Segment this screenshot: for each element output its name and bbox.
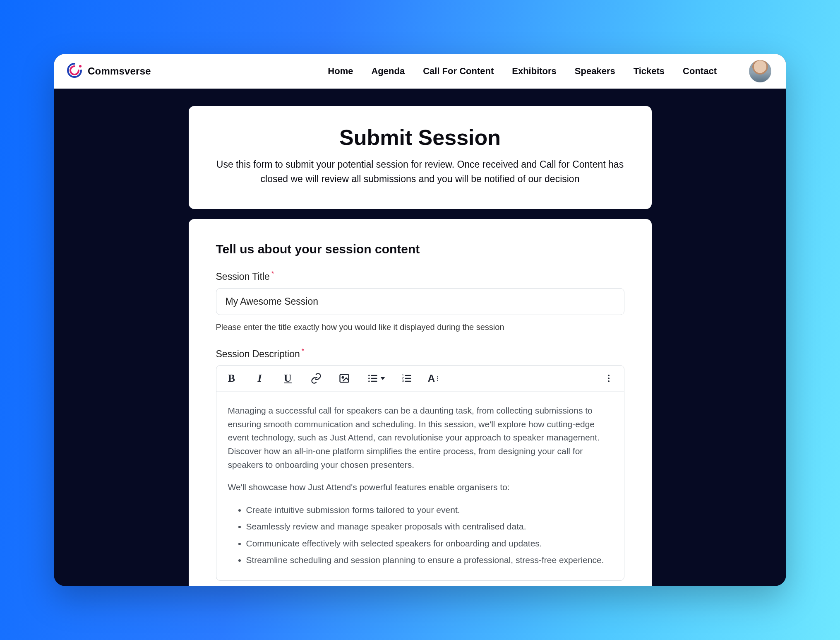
session-form-card: Tell us about your session content Sessi…: [189, 219, 652, 586]
numbered-list-icon[interactable]: 1 2 3: [399, 371, 413, 385]
brand-name: Commsverse: [88, 65, 151, 77]
svg-point-15: [608, 375, 610, 376]
font-glyph-a: A: [428, 373, 435, 384]
session-description-label: Session Description*: [216, 348, 624, 360]
main-nav: Home Agenda Call For Content Exhibitors …: [328, 60, 771, 82]
page-content: Submit Session Use this form to submit y…: [54, 89, 786, 586]
required-mark: *: [302, 348, 304, 355]
font-glyph-caret: ⋮: [435, 375, 441, 382]
intro-card: Submit Session Use this form to submit y…: [189, 106, 652, 209]
more-options-icon[interactable]: [602, 371, 616, 385]
brand[interactable]: Commsverse: [65, 61, 151, 81]
svg-point-3: [368, 375, 370, 377]
svg-point-7: [368, 381, 370, 383]
session-title-label: Session Title*: [216, 270, 624, 282]
session-title-helper: Please enter the title exactly how you w…: [216, 322, 624, 332]
topbar: Commsverse Home Agenda Call For Content …: [54, 54, 786, 89]
editor-content[interactable]: Managing a successful call for speakers …: [216, 392, 624, 580]
nav-exhibitors[interactable]: Exhibitors: [512, 66, 557, 77]
required-mark: *: [271, 270, 274, 277]
image-icon[interactable]: [337, 371, 351, 385]
bullet-list-dropdown[interactable]: [365, 371, 385, 385]
link-icon[interactable]: [309, 371, 323, 385]
nav-speakers[interactable]: Speakers: [575, 66, 615, 77]
editor-toolbar: B I U: [216, 366, 624, 392]
bold-icon[interactable]: B: [225, 371, 239, 385]
session-title-input[interactable]: [216, 288, 624, 315]
desc-bullet: Streamline scheduling and session planni…: [246, 553, 612, 567]
desc-bullet: Seamlessly review and manage speaker pro…: [246, 520, 612, 534]
svg-point-0: [79, 65, 82, 67]
svg-text:3: 3: [402, 380, 404, 383]
font-style-icon[interactable]: A⋮: [427, 371, 442, 385]
desc-bullet: Create intuitive submission forms tailor…: [246, 503, 612, 517]
nav-call-for-content[interactable]: Call For Content: [423, 66, 494, 77]
svg-point-16: [608, 378, 610, 379]
page-subtitle: Use this form to submit your potential s…: [214, 157, 626, 186]
brand-logo-icon: [65, 61, 84, 81]
user-avatar[interactable]: [749, 60, 771, 82]
page-title: Submit Session: [214, 125, 626, 150]
svg-point-2: [342, 377, 343, 378]
desc-paragraph-2: We'll showcase how Just Attend's powerfu…: [228, 481, 612, 494]
session-description-label-text: Session Description: [216, 348, 300, 359]
desc-bullet-list: Create intuitive submission forms tailor…: [228, 503, 612, 567]
bullet-list-icon: [365, 371, 379, 385]
chevron-down-icon: [380, 377, 385, 380]
italic-icon[interactable]: I: [253, 371, 267, 385]
section-heading: Tell us about your session content: [216, 242, 624, 256]
desc-bullet: Communicate effectively with selected sp…: [246, 537, 612, 551]
svg-point-17: [608, 380, 610, 382]
nav-home[interactable]: Home: [328, 66, 353, 77]
nav-tickets[interactable]: Tickets: [634, 66, 665, 77]
underline-icon[interactable]: U: [281, 371, 295, 385]
svg-point-5: [368, 378, 370, 380]
session-title-label-text: Session Title: [216, 271, 270, 282]
rich-text-editor: B I U: [216, 365, 624, 580]
app-window: Commsverse Home Agenda Call For Content …: [54, 54, 786, 586]
nav-contact[interactable]: Contact: [683, 66, 717, 77]
desc-paragraph-1: Managing a successful call for speakers …: [228, 404, 612, 472]
nav-agenda[interactable]: Agenda: [371, 66, 405, 77]
